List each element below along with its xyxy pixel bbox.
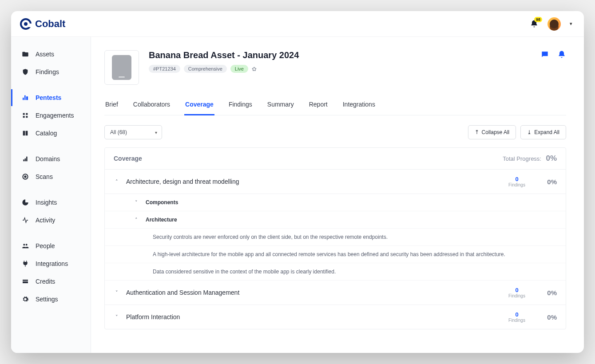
- sidebar-label: Assets: [36, 51, 54, 58]
- people-icon: [21, 242, 29, 250]
- findings-count[interactable]: 0 Findings: [507, 287, 527, 298]
- section-row[interactable]: ˅ Authentication and Session Management …: [105, 281, 566, 305]
- checklist-item[interactable]: A high-level architecture for the mobile…: [105, 246, 566, 263]
- sidebar-item-catalog[interactable]: Catalog: [11, 125, 91, 142]
- bell-outline-icon[interactable]: [557, 50, 566, 59]
- sidebar-label: Settings: [36, 296, 58, 303]
- sidebar-item-integrations[interactable]: Integrations: [11, 255, 91, 272]
- activity-icon: [21, 216, 29, 224]
- filter-value: All (68): [110, 129, 127, 135]
- topbar: Cobalt 98 ▾: [11, 11, 584, 37]
- topbar-actions: 98 ▾: [530, 17, 572, 31]
- sidebar-label: Findings: [36, 68, 59, 75]
- sidebar-item-findings[interactable]: Findings: [11, 63, 91, 80]
- app-window: Cobalt 98 ▾ Assets Findings: [11, 11, 584, 353]
- brand-name: Cobalt: [35, 18, 65, 30]
- chevron-up-icon[interactable]: ˄: [114, 179, 120, 185]
- filter-dropdown[interactable]: All (68): [104, 125, 162, 139]
- sidebar-item-scans[interactable]: Scans: [11, 168, 91, 185]
- subsection-row[interactable]: ˅ Components: [105, 194, 566, 211]
- section-row[interactable]: ˅ Platform Interaction 0 Findings 0%: [105, 305, 566, 329]
- notifications-button[interactable]: 98: [530, 20, 539, 28]
- asset-thumbnail: [104, 50, 139, 85]
- logo-mark-icon: [20, 18, 32, 30]
- subsection-row[interactable]: ˄ Architecture: [105, 211, 566, 229]
- checklist-item[interactable]: Data considered sensitive in the context…: [105, 263, 566, 281]
- section-row[interactable]: ˄ Architecture, design and threat modell…: [105, 170, 566, 194]
- avatar[interactable]: [547, 17, 561, 31]
- sidebar-label: Scans: [36, 173, 53, 180]
- sidebar-label: Integrations: [36, 260, 68, 267]
- asset-settings-icon[interactable]: ✿: [252, 66, 257, 72]
- tab-brief[interactable]: Brief: [104, 96, 119, 115]
- sidebar: Assets Findings Pentests Engagements Cat…: [11, 37, 91, 353]
- tab-report[interactable]: Report: [308, 96, 329, 115]
- collapse-all-button[interactable]: ⤒ Collapse All: [468, 125, 516, 139]
- chip-id: #PT21234: [149, 65, 180, 73]
- notification-badge: 98: [534, 17, 542, 22]
- folder-icon: [21, 50, 29, 58]
- expand-collapse-group: ⤒ Collapse All ⤓ Expand All: [468, 125, 566, 139]
- progress-value: 0%: [546, 154, 557, 162]
- panel-header: Coverage Total Progress: 0%: [105, 148, 566, 170]
- sidebar-label: Activity: [36, 217, 55, 224]
- asset-chips: #PT21234 Comprehensive Live ✿: [149, 65, 299, 73]
- expand-all-button[interactable]: ⤓ Expand All: [520, 125, 566, 139]
- pentest-icon: [21, 94, 29, 102]
- chip-status: Live: [230, 65, 248, 73]
- section-percent: 0%: [542, 178, 557, 186]
- sidebar-label: Engagements: [36, 112, 74, 119]
- app-body: Assets Findings Pentests Engagements Cat…: [11, 37, 584, 353]
- brand-logo[interactable]: Cobalt: [20, 18, 65, 30]
- chevron-down-icon[interactable]: ˅: [133, 200, 139, 206]
- sidebar-item-insights[interactable]: Insights: [11, 194, 91, 211]
- sidebar-item-pentests[interactable]: Pentests: [11, 89, 91, 106]
- progress-label: Total Progress:: [503, 155, 541, 162]
- user-menu-caret-icon[interactable]: ▾: [570, 21, 572, 27]
- chat-icon[interactable]: [540, 50, 549, 59]
- subsection-title: Architecture: [146, 217, 177, 223]
- asset-meta: Banana Bread Asset - January 2024 #PT212…: [149, 50, 299, 73]
- insights-icon: [21, 198, 29, 206]
- findings-count[interactable]: 0 Findings: [507, 176, 527, 187]
- sidebar-item-credits[interactable]: Credits: [11, 273, 91, 290]
- section-percent: 0%: [542, 313, 557, 321]
- sidebar-label: Catalog: [36, 130, 57, 137]
- sidebar-item-people[interactable]: People: [11, 237, 91, 254]
- sidebar-item-domains[interactable]: Domains: [11, 150, 91, 167]
- total-progress: Total Progress: 0%: [503, 154, 557, 163]
- domains-icon: [21, 155, 29, 163]
- sidebar-item-engagements[interactable]: Engagements: [11, 107, 91, 124]
- expand-icon: ⤓: [527, 129, 532, 135]
- coverage-toolbar: All (68) ⤒ Collapse All ⤓ Expand All: [104, 125, 566, 139]
- panel-title: Coverage: [114, 155, 142, 162]
- chevron-down-icon[interactable]: ˅: [114, 314, 120, 320]
- plug-icon: [21, 260, 29, 268]
- asset-header: Banana Bread Asset - January 2024 #PT212…: [104, 50, 566, 85]
- shield-icon: [21, 68, 29, 76]
- tab-coverage[interactable]: Coverage: [184, 96, 214, 115]
- section-title: Architecture, design and threat modellin…: [126, 178, 501, 185]
- tab-integrations[interactable]: Integrations: [342, 96, 376, 115]
- tab-collaborators[interactable]: Collaborators: [132, 96, 171, 115]
- catalog-icon: [21, 129, 29, 137]
- chevron-up-icon[interactable]: ˄: [133, 217, 139, 223]
- sidebar-label: Insights: [36, 199, 57, 206]
- sidebar-item-activity[interactable]: Activity: [11, 212, 91, 229]
- checklist-item[interactable]: Security controls are never enforced onl…: [105, 229, 566, 246]
- sidebar-label: Credits: [36, 278, 55, 285]
- chip-type: Comprehensive: [184, 65, 227, 73]
- tab-findings[interactable]: Findings: [228, 96, 253, 115]
- sidebar-item-settings[interactable]: Settings: [11, 291, 91, 308]
- chevron-down-icon[interactable]: ˅: [114, 290, 120, 296]
- tab-summary[interactable]: Summary: [266, 96, 295, 115]
- subsection-title: Components: [146, 199, 178, 206]
- device-icon: [112, 55, 131, 80]
- sidebar-label: Pentests: [36, 94, 61, 101]
- engagement-icon: [21, 111, 29, 119]
- findings-count[interactable]: 0 Findings: [507, 311, 527, 323]
- tabs: Brief Collaborators Coverage Findings Su…: [104, 96, 566, 115]
- sidebar-label: People: [36, 242, 55, 249]
- credits-icon: [21, 277, 29, 285]
- sidebar-item-assets[interactable]: Assets: [11, 46, 91, 63]
